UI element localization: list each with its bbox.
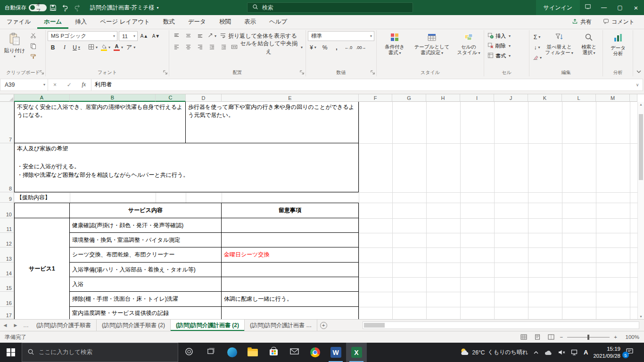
collapse-ribbon-button[interactable] [636, 69, 641, 74]
row-header-11[interactable]: 11 [0, 218, 14, 233]
task-view-button[interactable] [200, 343, 222, 362]
select-all-corner[interactable] [0, 94, 14, 102]
vertical-scroll-thumb[interactable] [639, 114, 643, 180]
phonetic-guide-button[interactable]: ア [125, 42, 136, 52]
cell-a11-service-group[interactable]: サービス1 [14, 218, 70, 319]
clipboard-dialog-launcher[interactable] [40, 70, 44, 75]
data-analysis-button[interactable]: データ 分析 [605, 31, 631, 56]
name-box[interactable]: A39 ▾ [0, 79, 48, 90]
cut-button[interactable] [28, 31, 38, 41]
column-header-k[interactable]: K [528, 94, 562, 102]
share-button[interactable]: 共有 [567, 16, 596, 27]
sheet-tab-4[interactable]: (訪問)訪問介護計画書 … [245, 320, 317, 331]
sign-in-button[interactable]: サインイン [536, 0, 580, 15]
cell-b16-service[interactable]: 掃除(棚・手摺・洗面台・床・トイレ)洗濯 [70, 292, 222, 307]
format-cells-button[interactable]: 書式 [486, 51, 527, 61]
cell-e12-note[interactable] [222, 233, 359, 247]
column-header-g[interactable]: G [392, 94, 426, 102]
column-header-partial[interactable] [630, 94, 637, 102]
copy-button[interactable] [28, 41, 38, 51]
align-top-button[interactable] [171, 31, 182, 41]
tab-data[interactable]: データ [182, 15, 213, 29]
onedrive-icon[interactable] [544, 350, 553, 355]
find-select-button[interactable]: 検索と 選択 [576, 31, 602, 55]
autosave-toggle[interactable]: 自動保存 オフ [0, 4, 47, 11]
column-header-d[interactable]: D [186, 94, 222, 102]
currency-format-button[interactable]: ¥ [308, 42, 318, 52]
alignment-dialog-launcher[interactable] [300, 70, 304, 75]
align-left-button[interactable] [171, 42, 182, 52]
taskbar-app-word[interactable]: W [325, 343, 346, 362]
expand-formula-bar-button[interactable]: ∨ [632, 79, 643, 90]
increase-font-button[interactable]: A▲ [139, 31, 149, 41]
row-header-15[interactable]: 15 [0, 277, 14, 292]
action-center-button[interactable]: 5 [626, 348, 634, 357]
insert-cells-button[interactable]: 挿入 [486, 31, 527, 41]
column-header-c[interactable]: C [156, 94, 186, 102]
sheet-tab-1[interactable]: (訪問)訪問介護手順書 [31, 320, 97, 331]
row-header-12[interactable]: 12 [0, 233, 14, 247]
vertical-scrollbar[interactable]: ▲ ▼ [637, 102, 644, 319]
tab-page-layout[interactable]: ページ レイアウト [93, 15, 157, 29]
underline-button[interactable]: U [71, 42, 82, 52]
document-title[interactable]: 訪問介護計画書-芥ミチ様 ▾ [90, 4, 159, 12]
font-size-select[interactable]: 11▾ [119, 31, 138, 41]
paste-button[interactable]: 貼り付け ▾ [3, 31, 26, 58]
cell-b14-service[interactable]: 入浴準備(湯ハリ・入浴部品・着換え・タオル等) [70, 263, 222, 277]
cell-e14-note[interactable] [222, 263, 359, 277]
taskbar-app-file-explorer[interactable] [242, 343, 263, 362]
align-right-button[interactable] [195, 42, 205, 52]
tab-home[interactable]: ホーム [37, 15, 68, 29]
new-sheet-button[interactable]: + [317, 320, 330, 331]
borders-button[interactable] [87, 42, 99, 52]
ribbon-display-options-button[interactable] [580, 0, 596, 15]
formula-input[interactable]: 利用者 [91, 79, 632, 90]
row-header-9[interactable]: 9 [0, 192, 14, 203]
insert-function-button[interactable]: fx [82, 81, 86, 88]
align-middle-button[interactable] [183, 31, 193, 41]
clear-button[interactable] [531, 53, 543, 63]
horizontal-scrollbar[interactable] [363, 321, 639, 329]
column-header-b[interactable]: B [70, 94, 156, 102]
cell-b15-service[interactable]: 入浴 [70, 277, 222, 292]
align-center-button[interactable] [183, 42, 193, 52]
cell-b12-service[interactable]: 環境整備・換気・室温調整・バイタル測定 [70, 233, 222, 247]
fill-color-button[interactable] [100, 42, 111, 52]
autosave-switch[interactable]: オフ [29, 4, 47, 11]
column-header-a[interactable]: A [14, 94, 70, 102]
column-header-h[interactable]: H [426, 94, 460, 102]
cell-b17-service[interactable]: 室内温度調整・サービス提供後の記録 [70, 307, 222, 319]
sheet-nav-right-icon[interactable]: ▶ [10, 320, 21, 331]
maximize-button[interactable]: ▢ [612, 0, 628, 15]
decrease-indent-button[interactable] [206, 42, 217, 52]
cell-a8-hopes[interactable]: 本人及び家族の希望 ・安全に入浴が行える。 ・掃除や洗濯など困難な部分を相談しな… [14, 143, 359, 192]
taskbar-app-chrome[interactable] [305, 343, 325, 362]
taskbar-clock[interactable]: 15:19 2021/09/28 [593, 346, 620, 360]
zoom-level[interactable]: 100% [621, 334, 639, 340]
percent-format-button[interactable]: % [320, 42, 330, 52]
format-painter-button[interactable] [28, 52, 38, 62]
decrease-font-button[interactable]: A▼ [151, 31, 161, 41]
font-family-select[interactable]: MS Pゴシック▾ [48, 31, 117, 41]
tab-help[interactable]: ヘルプ [263, 15, 294, 29]
enter-button[interactable]: ✓ [67, 82, 72, 88]
conditional-formatting-button[interactable]: 条件付き 書式 [379, 31, 411, 55]
cell-a10-blank[interactable] [14, 203, 70, 218]
cell-styles-button[interactable]: セルの スタイル [453, 31, 484, 55]
cell-e13-note[interactable]: 金曜日シーツ交換 [222, 247, 359, 263]
taskbar-app-edge[interactable] [222, 343, 242, 362]
increase-decimal-button[interactable]: ←.0 [343, 42, 354, 52]
zoom-out-button[interactable]: − [560, 334, 563, 340]
minimize-button[interactable]: — [596, 0, 612, 15]
column-header-e[interactable]: E [222, 94, 359, 102]
save-button[interactable] [47, 0, 59, 15]
scroll-down-icon[interactable]: ▼ [638, 315, 644, 318]
italic-button[interactable]: I [59, 42, 70, 52]
font-dialog-launcher[interactable] [163, 70, 167, 75]
sheet-tab-3-active[interactable]: (訪問)訪問介護計画書 (2) [171, 320, 245, 331]
sheet-list-button[interactable]: … [21, 320, 31, 331]
cell-a9-section-header[interactable]: 【援助内容】 [14, 192, 80, 203]
number-dialog-launcher[interactable] [371, 70, 375, 75]
undo-button[interactable]: ▾ [59, 0, 71, 15]
row-header-14[interactable]: 14 [0, 263, 14, 277]
